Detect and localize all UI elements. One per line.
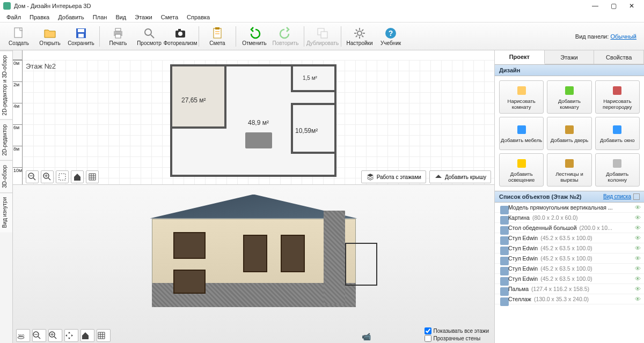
objects-section-header: Список объектов (Этаж №2) Вид списка — [495, 191, 644, 203]
table-shape[interactable] — [245, 132, 272, 148]
visibility-toggle[interactable]: 👁 — [635, 275, 641, 282]
visibility-toggle[interactable]: 👁 — [635, 255, 641, 262]
room-area-label: 1,5 м² — [303, 75, 317, 81]
visibility-toggle[interactable]: 👁 — [635, 225, 641, 231]
visibility-toggle[interactable]: 👁 — [635, 245, 641, 251]
design-section-header: Дизайн — [495, 64, 644, 76]
menu-добавить[interactable]: Добавить — [54, 13, 89, 21]
roof-button[interactable]: Добавить крышу — [429, 170, 491, 183]
layers-button[interactable]: Работа с этажами — [361, 170, 426, 183]
visibility-toggle[interactable]: 👁 — [635, 235, 641, 241]
duplicate-button: Дублировать — [307, 24, 338, 49]
ruler-tick: 2м — [13, 81, 23, 87]
svg-rect-13 — [215, 27, 219, 29]
table-icon — [498, 224, 506, 232]
zoom-out-icon[interactable] — [32, 329, 46, 342]
menu-правка[interactable]: Правка — [25, 13, 54, 21]
window-3d — [173, 232, 206, 259]
svg-rect-53 — [565, 159, 574, 168]
object-row[interactable]: Стол обеденный большой (200.0 x 10...👁 — [495, 223, 644, 233]
close-button[interactable]: ✕ — [623, 0, 641, 12]
object-row[interactable]: Картина (80.0 x 2.0 x 60.0)👁 — [495, 213, 644, 223]
house-model[interactable] — [130, 195, 377, 329]
vtab-1[interactable]: 2D-редактор — [0, 120, 12, 160]
undo-button[interactable]: Отменить — [239, 24, 270, 49]
pan-icon[interactable] — [64, 329, 78, 342]
grid-icon[interactable] — [97, 329, 111, 342]
furniture-button[interactable]: Добавить мебель — [499, 117, 544, 150]
right-tab-Свойства[interactable]: Свойства — [594, 50, 644, 64]
panel-mode-link[interactable]: Обычный — [610, 33, 636, 40]
menu-справка[interactable]: Справка — [182, 13, 214, 21]
object-row[interactable]: Стул Edwin (45.2 x 63.5 x 100.0)👁 — [495, 253, 644, 264]
zoom-in-icon[interactable] — [48, 329, 62, 342]
stairs-button[interactable]: Лестницы и вырезы — [547, 153, 591, 187]
checkbox-option[interactable]: Прозрачные стены — [425, 335, 489, 342]
visibility-toggle[interactable]: 👁 — [635, 214, 641, 221]
objects-list[interactable]: Модель прямоугольник вертикальная ... 👁К… — [495, 203, 644, 343]
vtab-0[interactable]: 2D-редактор и 3D-обзор — [0, 50, 12, 120]
minimize-button[interactable]: — — [586, 0, 604, 12]
camera-icon[interactable]: 📹 — [362, 332, 371, 341]
checkbox-option[interactable]: Показывать все этажи — [425, 327, 489, 334]
object-row[interactable]: Стул Edwin (45.2 x 63.5 x 100.0)👁 — [495, 233, 644, 243]
estimate-button[interactable]: Смета — [202, 24, 233, 49]
canvas-area: -12м-10м-8м-6м-4м-2м0м2м4м6м8м10м12м14м1… — [13, 50, 495, 343]
settings-button[interactable]: Настройки — [344, 24, 375, 49]
vtab-2[interactable]: 3D-обзор — [0, 160, 12, 192]
create-button[interactable]: Создать — [3, 24, 34, 49]
zoom-out-icon[interactable] — [26, 170, 39, 183]
menu-план[interactable]: План — [89, 13, 112, 21]
home-icon[interactable] — [80, 329, 94, 342]
floor-plan[interactable]: Этаж №2 27,65 м² 48,9 м² 1,5 м² 10,59м² … — [23, 60, 494, 184]
add-room-button[interactable]: Добавить комнату — [547, 80, 591, 114]
draw-wall-button[interactable]: Нарисовать перегородку — [595, 80, 640, 114]
open-button[interactable]: Открыть — [34, 24, 65, 49]
save-button[interactable]: Сохранить — [65, 24, 97, 49]
svg-rect-48 — [613, 86, 621, 95]
undo-icon — [248, 27, 261, 40]
main-toolbar: СоздатьОткрытьСохранитьПечатьПросмотрФот… — [0, 23, 644, 50]
duplicate-icon — [316, 27, 329, 40]
tutorial-button[interactable]: ?Учебник — [375, 24, 406, 49]
window-button[interactable]: Добавить окно — [595, 117, 640, 150]
door-button[interactable]: Добавить дверь — [547, 117, 591, 150]
draw-room-button[interactable]: Нарисовать комнату — [499, 80, 544, 114]
list-view-toggle[interactable]: Вид списка — [603, 193, 640, 200]
home-icon[interactable] — [71, 170, 84, 183]
preview-button[interactable]: Просмотр — [134, 24, 165, 49]
visibility-toggle[interactable]: 👁 — [635, 265, 641, 272]
visibility-toggle[interactable]: 👁 — [635, 204, 641, 211]
object-row[interactable]: Стеллаж (130.0 x 35.3 x 240.0)👁 — [495, 294, 644, 304]
menu-вид[interactable]: Вид — [111, 13, 130, 21]
3d-view[interactable]: 360 📹 Показывать все этажиПрозрачные сте… — [13, 184, 494, 343]
right-tab-Этажи[interactable]: Этажи — [545, 50, 595, 64]
object-row[interactable]: Пальма (127.4 x 116.2 x 158.5)👁 — [495, 284, 644, 294]
right-tab-Проект[interactable]: Проект — [495, 50, 545, 64]
vertical-tabs: 2D-редактор и 3D-обзор2D-редактор3D-обзо… — [0, 50, 13, 343]
select-icon[interactable] — [56, 170, 69, 183]
menu-файл[interactable]: Файл — [2, 13, 25, 21]
menu-этажи[interactable]: Этажи — [130, 13, 156, 21]
visibility-toggle[interactable]: 👁 — [635, 286, 641, 292]
grid-icon[interactable] — [86, 170, 99, 183]
object-row[interactable]: Модель прямоугольник вертикальная ... 👁 — [495, 203, 644, 213]
column-button[interactable]: Добавить колонну — [595, 153, 640, 187]
menu-смета[interactable]: Смета — [157, 13, 182, 21]
lighting-button[interactable]: Добавить освещение — [499, 153, 544, 187]
object-row[interactable]: Стул Edwin (45.2 x 63.5 x 100.0)👁 — [495, 274, 644, 284]
maximize-button[interactable]: ▢ — [604, 0, 623, 12]
print-button[interactable]: Печать — [103, 24, 134, 49]
window-3d — [243, 235, 267, 272]
ruler-corner — [13, 50, 23, 60]
balcony — [345, 243, 377, 286]
vtab-3[interactable]: Вид изнутри — [0, 192, 12, 232]
object-row[interactable]: Стул Edwin (45.2 x 63.5 x 100.0)👁 — [495, 264, 644, 274]
column-icon — [611, 157, 624, 170]
object-row[interactable]: Стул Edwin (45.2 x 63.5 x 100.0)👁 — [495, 243, 644, 253]
visibility-toggle[interactable]: 👁 — [635, 296, 641, 302]
window-3d — [281, 235, 305, 272]
rotate-360-icon[interactable]: 360 — [16, 329, 30, 342]
zoom-in-icon[interactable] — [41, 170, 54, 183]
photoreal-button[interactable]: Фотореализм — [165, 24, 196, 49]
